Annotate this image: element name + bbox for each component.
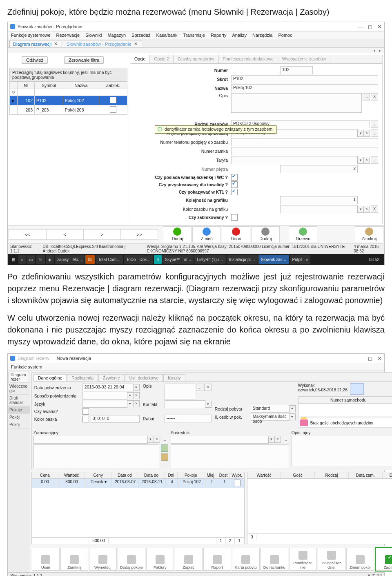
zamawiajacy-field[interactable] [33, 436, 148, 444]
clear-x-button[interactable]: × [363, 130, 370, 137]
close-button[interactable]: ✕ [377, 355, 382, 362]
pokoje-grid[interactable]: Cena Wartość Ceny Data od Data do Dni Po… [31, 472, 245, 544]
telefon-field[interactable] [231, 138, 378, 146]
posrednik-field[interactable] [171, 436, 269, 444]
close-button[interactable]: ✕ [377, 24, 382, 30]
filter-row[interactable]: ▽ [10, 89, 127, 96]
dropdown-icon[interactable]: ▾ [289, 405, 296, 412]
il-osob-field[interactable]: Maksymalna ilość osób [251, 413, 290, 421]
tb-zapisz[interactable]: ✔Zapisz [376, 548, 392, 571]
note-icon[interactable] [350, 383, 364, 395]
lookup-button[interactable]: … [282, 436, 289, 443]
awaria-checkbox[interactable] [82, 408, 89, 415]
subtab-zasoby-operatorow[interactable]: Zasoby operatorów [174, 55, 219, 63]
taskbar-item[interactable]: Pulpit» [290, 255, 311, 264]
start-button[interactable]: ⊞ [9, 255, 18, 264]
taskbar-explorer-icon[interactable]: 🗀 [36, 255, 45, 264]
menu-rezerwacje[interactable]: Rezerwacje [56, 33, 80, 38]
jezyk-field[interactable] [82, 400, 127, 408]
tab-close-icon[interactable]: ✕ [134, 41, 138, 47]
tb-dodaj-pokoje[interactable]: Dodaj pokoje [118, 548, 145, 571]
tab-diagram[interactable]: Diagram rezer [9, 372, 28, 382]
refresh-button[interactable]: Odśwież [22, 56, 48, 64]
tab-dane-ogolne[interactable]: Dane ogólne [33, 374, 67, 381]
maximize-button[interactable]: ◻ [368, 24, 372, 30]
opis-field[interactable] [165, 384, 195, 400]
delete-button[interactable]: Usuń [222, 226, 250, 242]
tb-usun[interactable]: Usuń [32, 548, 60, 571]
menu-funkcje[interactable]: Funkcje systemowe [11, 33, 51, 38]
tab-rozliczenia[interactable]: Rozliczenia [67, 374, 98, 381]
tb-polacz-rozdziel[interactable]: Połącz/Roz dziel [318, 548, 345, 571]
color-swatch[interactable] [82, 416, 89, 422]
dropdown-icon[interactable]: ▾ [127, 392, 134, 399]
taskbar-item[interactable]: Słownik zas… [258, 255, 289, 264]
kolejnosc-field[interactable]: 1 [280, 196, 358, 204]
col-wartosc[interactable]: Wartość [58, 472, 85, 478]
tree-button[interactable]: Drzewo [289, 226, 317, 242]
lookup-button[interactable]: … [371, 121, 378, 128]
col-data-zam[interactable]: Data zam. [349, 472, 383, 478]
tb-karta-pobytu[interactable]: Karta pobytu [232, 548, 260, 571]
menu-funkcje[interactable]: Funkcje system [11, 364, 42, 369]
clear-x-button[interactable]: × [363, 206, 370, 213]
dropdown-icon[interactable]: ▾ [205, 401, 212, 408]
checkbox[interactable] [234, 480, 241, 486]
dropdown-icon[interactable]: ▾ [127, 400, 134, 407]
clear-x-button[interactable]: × [274, 436, 281, 443]
table-row[interactable]: ▸ 102 P102 Pokój 102 [10, 96, 127, 105]
lookup-button[interactable]: … [161, 436, 168, 443]
tb-zmien-pokoj[interactable]: Zmień pokój [346, 548, 374, 571]
taskbar-item[interactable]: zapisy - Mo… [55, 255, 85, 264]
menu-sprzedaz[interactable]: Sprzedaż [131, 33, 150, 38]
posrednik-details-field[interactable] [171, 444, 289, 468]
taskbar-taskview-icon[interactable]: ▭ [27, 255, 35, 264]
subtab-wyposazenie[interactable]: Wyposażenie zasobów [278, 55, 330, 63]
sposob-field[interactable] [82, 392, 127, 400]
kt1-checkbox[interactable] [231, 189, 238, 195]
goscie-grid[interactable]: Wartość Gość Rodzaj Data zam. Data wym. … [247, 472, 392, 544]
tab-koszty[interactable]: Koszty [163, 374, 185, 381]
menu-slowniki[interactable]: Słowniki [85, 33, 102, 38]
tab-usl-dodatkowe[interactable]: Usł. dodatkowe [125, 374, 163, 381]
menu-analizy[interactable]: Analizy [232, 33, 246, 38]
print-button[interactable]: Drukuj [251, 226, 280, 242]
taskbar-item[interactable]: S [154, 255, 162, 264]
tab-slownik-zasobow[interactable]: Słownik zasobów - Przeglądanie✕ [63, 40, 142, 47]
numer-zamka-field[interactable] [231, 147, 378, 155]
taskbar-item[interactable]: 03 [85, 255, 95, 264]
tb-wymelduj[interactable]: Wymelduj [89, 548, 117, 571]
expand-button[interactable]: … [196, 384, 203, 391]
col-nr[interactable]: Nr [18, 82, 35, 89]
menu-narzedzia[interactable]: Narzędzia [252, 33, 273, 38]
col-nazwa[interactable]: Nazwa [63, 82, 99, 89]
checkbox[interactable] [110, 97, 116, 103]
col-ceny[interactable]: Ceny [85, 472, 111, 478]
col-pokoje[interactable]: Pokoje [178, 472, 204, 478]
tb-do-rachunku[interactable]: Do rachunku [261, 548, 288, 571]
taskbar-item[interactable]: Skype™ - al… [163, 255, 194, 264]
tab-scroll-left-icon[interactable]: ◂ [371, 48, 377, 53]
menu-pomoc[interactable]: Pomoc [278, 33, 292, 38]
menu-transmisje[interactable]: Transmisje [183, 33, 205, 38]
skrot-field[interactable]: P102 [231, 75, 378, 83]
taskbar-item[interactable]: Instalacja pr… [227, 255, 258, 264]
person-icon[interactable] [161, 453, 168, 461]
lookup-button[interactable]: … [371, 156, 378, 164]
col-data-do[interactable]: Data do [138, 472, 165, 478]
tb-zaplac[interactable]: Zapłać [175, 548, 203, 571]
kolor-paska-field[interactable]: 0; 0; 0; 0 [91, 415, 140, 423]
col-data-wym[interactable]: Data wym. [383, 472, 392, 478]
tab-scroll-right-icon[interactable]: ▸ [377, 48, 383, 53]
tab-close-icon[interactable]: ✕ [54, 41, 58, 47]
col-cena[interactable]: Cena [32, 472, 58, 478]
tb-faktury[interactable]: Faktury [146, 548, 174, 571]
zamawiajacy-details-field[interactable] [33, 444, 159, 468]
close-window-button[interactable]: Zamknij [355, 226, 383, 242]
dropdown-icon[interactable]: ▾ [147, 436, 154, 443]
clear-x-button[interactable]: × [154, 436, 160, 443]
col-wartosc2[interactable]: Wartość [247, 472, 281, 478]
maximize-button[interactable]: ◻ [368, 355, 372, 362]
tb-potwierdzenie[interactable]: Potwierdze nie [289, 548, 317, 571]
table-row[interactable] [298, 404, 392, 416]
